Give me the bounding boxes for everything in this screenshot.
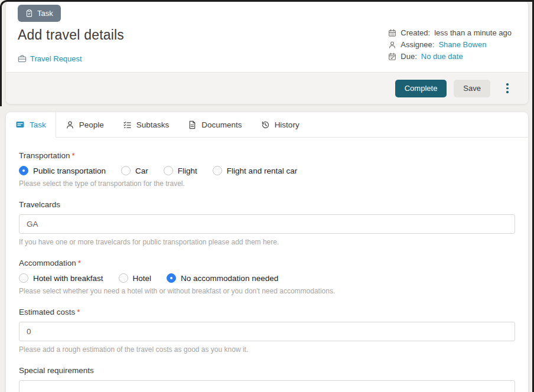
special-requirements-textarea[interactable]: [19, 380, 515, 392]
travelcards-help-text: If you have one or more travelcards for …: [19, 238, 515, 246]
assignee-value-link[interactable]: Shane Bowen: [438, 40, 486, 49]
document-icon: [188, 120, 197, 129]
radio-label: Hotel: [133, 274, 152, 283]
radio-button[interactable]: [119, 273, 128, 283]
tab-subtasks-label: Subtasks: [136, 120, 170, 129]
transportation-help-text: Please select the type of transportation…: [19, 179, 515, 188]
travelcards-input[interactable]: [19, 214, 515, 234]
tab-bar-filler: [309, 112, 528, 138]
due-label: Due:: [400, 52, 416, 61]
radio-label: Flight: [178, 166, 197, 175]
assignee-label: Assignee:: [400, 40, 434, 49]
field-special-requirements: Special requirements Add any special req…: [19, 365, 515, 392]
required-marker: *: [77, 308, 80, 316]
radio-button-selected[interactable]: [167, 273, 176, 283]
tab-task[interactable]: Task: [6, 112, 56, 138]
radio-no-accommodation-needed[interactable]: No accommodation needed: [167, 273, 278, 283]
estimated-costs-input[interactable]: [19, 322, 515, 341]
transportation-label: Transportation: [19, 151, 70, 160]
save-button[interactable]: Save: [454, 80, 490, 97]
radio-public-transportation[interactable]: Public transportation: [19, 166, 106, 175]
action-bar: Complete Save: [6, 72, 528, 104]
calendar-icon: [388, 29, 396, 37]
task-form: Transportation* Public transportation Ca…: [6, 138, 528, 392]
process-link-label: Travel Request: [30, 54, 82, 63]
due-value-link[interactable]: No due date: [421, 52, 463, 61]
estimated-costs-help-text: Please add a rough estimation of the tra…: [19, 345, 515, 354]
person-icon: [66, 120, 74, 129]
field-accommodation: Accommodation* Hotel with breakfast Hote…: [19, 257, 515, 295]
user-icon: [388, 41, 396, 49]
radio-hotel-with-breakfast[interactable]: Hotel with breakfast: [19, 273, 103, 283]
radio-car[interactable]: Car: [121, 166, 148, 175]
meta-assignee: Assignee: Shane Bowen: [388, 40, 512, 49]
radio-button[interactable]: [19, 273, 28, 283]
tab-people-label: People: [79, 120, 104, 129]
tab-bar: Task People Subtasks: [6, 112, 528, 138]
radio-button[interactable]: [121, 166, 131, 175]
special-requirements-label: Special requirements: [19, 366, 94, 375]
radio-flight-and-rental-car[interactable]: Flight and rental car: [213, 166, 297, 175]
calendar-check-icon: [388, 53, 396, 61]
radio-button-selected[interactable]: [19, 166, 28, 175]
tab-documents[interactable]: Documents: [178, 112, 251, 138]
field-estimated-costs: Estimated costs* Please add a rough esti…: [19, 306, 515, 354]
radio-label: Hotel with breakfast: [33, 274, 103, 283]
more-actions-button[interactable]: [502, 80, 513, 97]
radio-label: No accommodation needed: [181, 274, 278, 283]
tab-people[interactable]: People: [56, 112, 113, 138]
tab-documents-label: Documents: [201, 120, 242, 129]
tab-task-label: Task: [30, 120, 46, 129]
estimated-costs-label: Estimated costs: [19, 308, 75, 316]
accommodation-label: Accommodation: [19, 259, 76, 267]
form-card-icon: [15, 120, 25, 129]
radio-label: Flight and rental car: [227, 166, 297, 175]
accommodation-help-text: Please select whether you need a hotel w…: [19, 287, 515, 295]
tab-history-label: History: [275, 120, 299, 129]
radio-label: Public transportation: [33, 166, 106, 175]
required-marker: *: [78, 259, 81, 267]
radio-label: Car: [135, 166, 148, 175]
task-type-badge: Task: [18, 5, 61, 22]
process-link[interactable]: Travel Request: [18, 54, 82, 63]
radio-flight[interactable]: Flight: [164, 166, 197, 175]
clipboard-check-icon: [25, 9, 33, 17]
radio-button[interactable]: [213, 166, 222, 175]
accommodation-radio-group: Hotel with breakfast Hotel No accommodat…: [19, 273, 515, 283]
created-label: Created:: [400, 28, 430, 37]
travelcards-label: Travelcards: [19, 200, 60, 209]
task-meta: Created: less than a minute ago Assignee…: [388, 28, 512, 61]
required-marker: *: [72, 151, 75, 160]
meta-due: Due: No due date: [388, 52, 512, 61]
radio-hotel[interactable]: Hotel: [119, 273, 152, 283]
field-travelcards: Travelcards If you have one or more trav…: [19, 199, 515, 246]
history-icon: [261, 120, 270, 129]
meta-created: Created: less than a minute ago: [388, 28, 512, 37]
task-header-card: Task Add travel details Travel Request: [6, 1, 528, 104]
page-title: Add travel details: [18, 27, 124, 43]
transportation-radio-group: Public transportation Car Flight Flight …: [19, 166, 515, 175]
complete-button[interactable]: Complete: [395, 80, 447, 97]
task-badge-label: Task: [37, 9, 53, 18]
tab-subtasks[interactable]: Subtasks: [113, 112, 179, 138]
task-content-card: Task People Subtasks: [6, 112, 528, 392]
tab-history[interactable]: History: [252, 112, 309, 138]
radio-button[interactable]: [164, 166, 173, 175]
field-transportation: Transportation* Public transportation Ca…: [19, 150, 515, 188]
created-value: less than a minute ago: [434, 28, 512, 37]
checklist-icon: [123, 120, 132, 129]
briefcase-icon: [18, 54, 27, 63]
